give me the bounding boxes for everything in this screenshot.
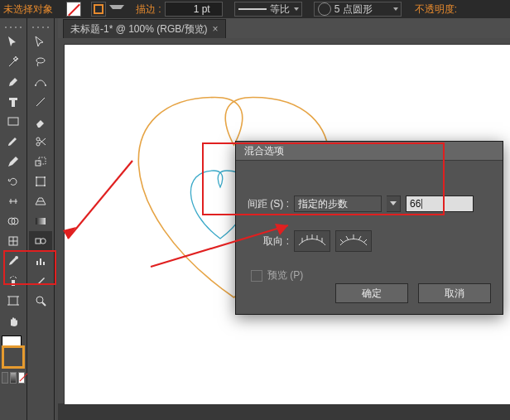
rotate-tool[interactable] bbox=[2, 171, 25, 191]
stroke-swatch[interactable] bbox=[91, 2, 106, 17]
stroke-weight-field[interactable]: 1 pt bbox=[165, 2, 223, 17]
document-tabs: 未标题-1* @ 100% (RGB/预览) × bbox=[58, 18, 510, 39]
line-tool[interactable] bbox=[29, 92, 52, 112]
cancel-label: 取消 bbox=[445, 287, 464, 301]
preview-checkbox[interactable] bbox=[251, 270, 262, 282]
color-mode-solid[interactable] bbox=[2, 372, 8, 384]
svg-rect-15 bbox=[36, 177, 45, 186]
scissors-tool[interactable] bbox=[29, 132, 52, 152]
hand-tool[interactable] bbox=[2, 311, 25, 331]
svg-rect-6 bbox=[9, 297, 17, 305]
svg-point-11 bbox=[36, 138, 40, 141]
stroke-color[interactable] bbox=[2, 345, 25, 369]
svg-rect-5 bbox=[12, 280, 15, 286]
rectangle-tool[interactable] bbox=[2, 112, 25, 132]
svg-point-7 bbox=[36, 58, 45, 63]
fill-swatch[interactable] bbox=[66, 2, 81, 17]
document-tab-title: 未标题-1* @ 100% (RGB/预览) bbox=[70, 22, 208, 36]
lasso-tool[interactable] bbox=[29, 52, 52, 72]
brush-preview-icon bbox=[318, 2, 331, 16]
tool-column-b bbox=[27, 18, 55, 420]
magic-wand-tool[interactable] bbox=[2, 52, 25, 72]
svg-rect-23 bbox=[36, 261, 38, 265]
stroke-weight-value: 1 pt bbox=[194, 3, 210, 15]
blend-tool[interactable] bbox=[29, 231, 52, 251]
stroke-label: 描边 : bbox=[136, 2, 161, 17]
spacing-mode-value: 指定的步数 bbox=[298, 197, 348, 211]
free-transform-tool[interactable] bbox=[29, 171, 52, 191]
symbol-sprayer-tool[interactable] bbox=[2, 271, 25, 291]
profile-label: 等比 bbox=[270, 2, 290, 17]
close-tab-icon[interactable]: × bbox=[213, 23, 219, 35]
svg-point-19 bbox=[44, 185, 46, 186]
slice-tool[interactable] bbox=[29, 271, 52, 291]
panel-grip[interactable] bbox=[32, 27, 49, 29]
svg-rect-0 bbox=[8, 118, 18, 125]
svg-rect-24 bbox=[40, 258, 41, 265]
svg-point-8 bbox=[35, 84, 36, 86]
panel-grip[interactable] bbox=[5, 27, 22, 29]
artboard-tool[interactable] bbox=[2, 291, 25, 311]
tool-column-a bbox=[0, 18, 27, 420]
ok-button[interactable]: 确定 bbox=[335, 283, 408, 303]
swatch-dropdown-icon[interactable] bbox=[109, 5, 124, 17]
spacing-steps-value: 66 bbox=[410, 198, 421, 210]
svg-point-17 bbox=[44, 176, 46, 178]
spacing-label: 间距 (S) : bbox=[248, 197, 289, 211]
svg-line-27 bbox=[42, 302, 46, 306]
svg-point-9 bbox=[45, 84, 46, 86]
brush-tool[interactable] bbox=[2, 132, 25, 152]
svg-line-10 bbox=[36, 98, 45, 106]
svg-point-12 bbox=[36, 142, 40, 146]
spacing-mode-dropdown-icon[interactable] bbox=[387, 196, 401, 212]
orientation-row: 取向 : bbox=[248, 230, 491, 252]
color-mode-gradient[interactable] bbox=[10, 372, 17, 384]
width-tool[interactable] bbox=[2, 191, 25, 211]
mesh-tool[interactable] bbox=[2, 231, 25, 251]
curvature-tool[interactable] bbox=[29, 72, 52, 92]
cancel-button[interactable]: 取消 bbox=[418, 283, 491, 303]
svg-rect-21 bbox=[36, 239, 41, 244]
blend-options-dialog: 混合选项 间距 (S) : 指定的步数 66 取向 : bbox=[235, 141, 503, 315]
preview-row: 预览 (P) bbox=[251, 268, 303, 282]
svg-point-16 bbox=[36, 176, 37, 178]
profile-select[interactable]: 等比 bbox=[234, 2, 302, 17]
svg-line-37 bbox=[363, 239, 367, 243]
direct-selection-tool[interactable] bbox=[29, 32, 52, 52]
selection-status: 未选择对象 bbox=[3, 2, 53, 17]
orientation-label: 取向 : bbox=[248, 234, 289, 249]
fill-stroke-control[interactable] bbox=[2, 336, 25, 369]
svg-rect-25 bbox=[43, 262, 45, 265]
ok-label: 确定 bbox=[362, 287, 382, 301]
document-tab[interactable]: 未标题-1* @ 100% (RGB/预览) × bbox=[63, 19, 226, 38]
dialog-title: 混合选项 bbox=[236, 142, 503, 161]
zoom-tool[interactable] bbox=[29, 291, 52, 311]
orientation-align-page[interactable] bbox=[294, 230, 330, 252]
svg-point-4 bbox=[15, 256, 18, 259]
shape-builder-tool[interactable] bbox=[2, 211, 25, 231]
toolbox bbox=[0, 18, 58, 420]
opacity-label: 不透明度: bbox=[415, 2, 457, 17]
svg-point-22 bbox=[41, 239, 46, 244]
color-mode-none[interactable] bbox=[18, 372, 25, 384]
scale-tool[interactable] bbox=[29, 152, 52, 171]
svg-line-33 bbox=[340, 239, 344, 243]
column-graph-tool[interactable] bbox=[29, 251, 52, 271]
svg-point-26 bbox=[36, 297, 43, 303]
orientation-align-path[interactable] bbox=[335, 230, 372, 252]
eyedropper-tool[interactable] bbox=[2, 251, 25, 271]
brush-label: 5 点圆形 bbox=[334, 2, 373, 17]
gradient-tool[interactable] bbox=[29, 211, 52, 231]
perspective-grid-tool[interactable] bbox=[29, 191, 52, 211]
spacing-row: 间距 (S) : 指定的步数 66 bbox=[248, 196, 491, 212]
brush-select[interactable]: 5 点圆形 bbox=[314, 2, 402, 17]
preview-label: 预览 (P) bbox=[267, 268, 303, 282]
spacing-mode-select[interactable]: 指定的步数 bbox=[294, 196, 382, 212]
svg-rect-13 bbox=[36, 161, 41, 166]
type-tool[interactable] bbox=[2, 92, 25, 112]
eraser-tool[interactable] bbox=[29, 112, 52, 132]
spacing-steps-input[interactable]: 66 bbox=[406, 196, 474, 212]
selection-tool[interactable] bbox=[2, 32, 25, 52]
pen-tool[interactable] bbox=[2, 72, 25, 92]
pencil-tool[interactable] bbox=[2, 152, 25, 171]
